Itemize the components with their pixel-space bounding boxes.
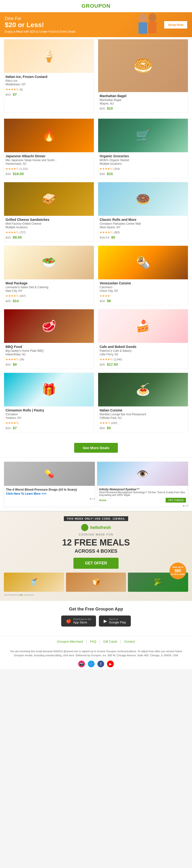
sale-price-classic-rolls: $5	[111, 235, 115, 239]
deal-location-bbq-food: Haworthlaw, NJ	[5, 353, 92, 356]
sale-price-cinnamon-rolls: $7	[13, 426, 17, 430]
deal-image-manhattan-bagel: 🥯	[98, 39, 188, 92]
see-more-section: See More Deals	[0, 438, 192, 458]
hellofresh-food-toast: 🍞	[66, 572, 126, 592]
deal-location-organic-groceries: Multiple locations	[100, 162, 187, 165]
deal-location-classic-rolls: West Nyack, NY	[100, 226, 187, 229]
sale-price-meal-package: $14	[13, 299, 19, 303]
deal-info-bbq-food: BBQ Food Big Daddy's Home Plate BBQ Hawo…	[4, 343, 94, 369]
social-icons: 📷 🐦 f ▶	[7, 660, 185, 667]
stars-bbq-food: ★★★★½	[5, 358, 19, 361]
deal-image-japanese-hibachi: 🔥	[4, 119, 94, 152]
stars-organic-groceries: ★★★★½	[100, 167, 113, 170]
groupon-logo: GROUPON	[0, 3, 192, 9]
original-price-manhattan-bagel: $20	[100, 107, 105, 110]
footer-link-merchant[interactable]: Groupon Merchant	[57, 640, 83, 643]
hellofresh-logo: 🌿 hellofresh	[4, 524, 188, 531]
ad-card-blood-pressure[interactable]: 💊 The 4 Worst Blood Pressure Drugs (#2 I…	[4, 462, 95, 507]
deal-title-manhattan-bagel: Manhattan Bagel	[100, 94, 187, 98]
deal-card-italian-ice[interactable]: 🍦 Italian Ice, Frozen Custard Rita's Ice…	[4, 39, 94, 113]
footer-link-giftcards[interactable]: Gift Cards	[103, 640, 117, 643]
footer-link-contact[interactable]: Contact	[124, 640, 135, 643]
youtube-icon[interactable]: ▶	[107, 660, 114, 667]
rating-count-italian-ice: (6)	[20, 88, 23, 91]
deal-rating-organic-groceries: ★★★★½ (319)	[100, 166, 187, 171]
deal-card-japanese-hibachi[interactable]: 🔥 Japanese Hibachi Dinner Mei Japanese S…	[4, 119, 94, 178]
deal-card-manhattan-bagel[interactable]: 🥯 Manhattan Bagel Manhattan Bagel Wayne,…	[98, 39, 188, 113]
deal-rating-classic-rolls: ★★★★½ (362)	[100, 230, 187, 234]
deal-info-meal-package: Meal Package Leonardo's Italian Deli & C…	[4, 279, 94, 305]
ads-section: 💊 The 4 Worst Blood Pressure Drugs (#2 I…	[0, 458, 192, 511]
deal-merchant-organic-groceries: MOM's Organic Market	[100, 158, 187, 162]
deal-title-venezuelan-cuisine: Venezuelan Cuisine	[100, 281, 187, 285]
deal-card-bbq-food[interactable]: 🥩 BBQ Food Big Daddy's Home Plate BBQ Ha…	[4, 309, 94, 369]
deal-title-bbq-food: BBQ Food	[5, 345, 92, 349]
google-play-button[interactable]: ▶ Get it on Google Play	[99, 616, 131, 626]
deal-title-italian-cuisine: Italian Cuisine	[100, 408, 187, 412]
deal-info-classic-rolls: Classic Rolls and More Cinnabon Palisade…	[98, 216, 188, 242]
deal-card-classic-rolls[interactable]: 🍩 Classic Rolls and More Cinnabon Palisa…	[98, 182, 188, 242]
ad-badge-bp: ▶ Ad	[4, 498, 95, 500]
instagram-icon[interactable]: 📷	[78, 660, 85, 667]
shop-now-button[interactable]: Shop Now	[164, 21, 187, 29]
deal-rating-venezuelan-cuisine: ★★★★	[100, 293, 187, 298]
deal-image-cafe-baked: 🍰	[98, 309, 188, 343]
deal-merchant-italian-cuisine: Mantika Lounge Bar And Restaurant	[100, 413, 187, 416]
deal-location-meal-package: New City, NY	[5, 289, 92, 292]
ad-link-blood-pressure[interactable]: Click Here To Learn More >>>	[6, 492, 46, 495]
google-play-sub: Get it on	[109, 618, 126, 621]
original-price-meal-package: $20	[5, 299, 11, 303]
deal-title-grilled-cheese: Grilled Cheese Sandwiches	[5, 218, 92, 222]
stars-japanese-hibachi: ★★★★½	[5, 167, 19, 170]
ad-badge-eyeliner: ▶ Ad	[97, 504, 188, 507]
try-thrive-button[interactable]: TRY THRIVE	[166, 498, 186, 503]
stars-classic-rolls: ★★★★½	[100, 231, 113, 234]
hellofresh-food-drink: 🥤	[4, 572, 64, 592]
hellofresh-headline: 12 FREE MEALS	[4, 538, 188, 548]
banner-price: $20 or Less!	[5, 21, 162, 29]
original-price-cinnamon-rolls: $10	[5, 426, 11, 430]
banner-subtitle: Enjoy a Meal with $20 & Under Food & Dri…	[5, 30, 162, 33]
ad-subtitle-eyeliner: Semi-Permanent Micropigment Technology™ …	[99, 491, 186, 496]
banner-text: Dine For $20 or Less! Enjoy a Meal with …	[5, 16, 162, 33]
deal-card-venezuelan-cuisine[interactable]: 🌯 Venezuelan Cuisine Caromero Union City…	[98, 246, 188, 305]
footer-link-faq[interactable]: FAQ	[90, 640, 96, 643]
stars-venezuelan-cuisine: ★★★★	[100, 294, 110, 298]
deal-info-cinnamon-rolls: Cinnamon Rolls | Pastry Cinnabon Yonkers…	[4, 406, 94, 432]
app-store-button[interactable]: 🍎 Download on the App Store	[61, 616, 96, 626]
deal-card-italian-cuisine[interactable]: 🍝 Italian Cuisine Mantika Lounge Bar And…	[98, 373, 188, 432]
deal-card-meal-package[interactable]: 🥗 Meal Package Leonardo's Italian Deli &…	[4, 246, 94, 305]
deal-image-italian-ice: 🍦	[4, 39, 94, 73]
facebook-icon[interactable]: f	[98, 660, 104, 667]
deal-rating-cafe-baked: ★★★★½ (1,040)	[100, 357, 187, 361]
deals-grid-section: 🔥 Japanese Hibachi Dinner Mei Japanese S…	[0, 113, 192, 438]
see-more-button[interactable]: See More Deals	[74, 443, 118, 453]
deal-title-cafe-baked: Cafe and Baked Goods	[100, 345, 187, 349]
sale-price-cafe-baked: $17.50	[107, 362, 118, 366]
twitter-icon[interactable]: 🐦	[88, 660, 94, 667]
deal-merchant-manhattan-bagel: Manhattan Bagel	[100, 98, 187, 102]
deal-info-manhattan-bagel: Manhattan Bagel Manhattan Bagel Wayne, N…	[98, 92, 188, 113]
deal-card-organic-groceries[interactable]: 🛒 Organic Groceries MOM's Organic Market…	[98, 119, 188, 178]
ad-card-eyeliner[interactable]: 👁️ Infinity Waterproof Eyeliner™ Semi-Pe…	[97, 462, 188, 507]
deal-location-japanese-hibachi: Hackensack, NJ	[5, 162, 92, 165]
deal-card-grilled-cheese[interactable]: 🥪 Grilled Cheese Sandwiches Melt Factory…	[4, 182, 94, 242]
deal-location-italian-ice: Middletown, NY	[5, 83, 92, 86]
deal-price-italian-cuisine: $50 $5	[100, 426, 187, 430]
original-price-grilled-cheese: $15	[5, 236, 11, 239]
sale-price-manhattan-bagel: $10	[107, 106, 113, 110]
ad-title-eyeliner: Infinity Waterproof Eyeliner™	[99, 488, 186, 491]
get-offer-button[interactable]: GET OFFER	[74, 558, 118, 569]
deal-info-grilled-cheese: Grilled Cheese Sandwiches Melt Factory-G…	[4, 216, 94, 242]
deal-card-cafe-baked[interactable]: 🍰 Cafe and Baked Goods Palerino's Cafe &…	[98, 309, 188, 369]
deal-merchant-japanese-hibachi: Mei Japanese Steak House and Sushi...	[5, 158, 92, 162]
deal-price-cinnamon-rolls: $10 $7	[5, 426, 92, 430]
deal-card-cinnamon-rolls[interactable]: 🎁 Cinnamon Rolls | Pastry Cinnabon Yonke…	[4, 373, 94, 432]
header: GROUPON	[0, 0, 192, 12]
sale-price-bbq-food: $9	[13, 362, 17, 366]
original-price-cafe-baked: $25	[100, 363, 105, 366]
deal-rating-italian-cuisine: ★★★½ (243)	[100, 421, 187, 425]
deal-location-manhattan-bagel: Wayne, NJ	[100, 102, 187, 105]
google-play-icon: ▶	[104, 618, 107, 624]
ad-footer-eyeliner: thrive TRY THRIVE	[99, 498, 186, 503]
